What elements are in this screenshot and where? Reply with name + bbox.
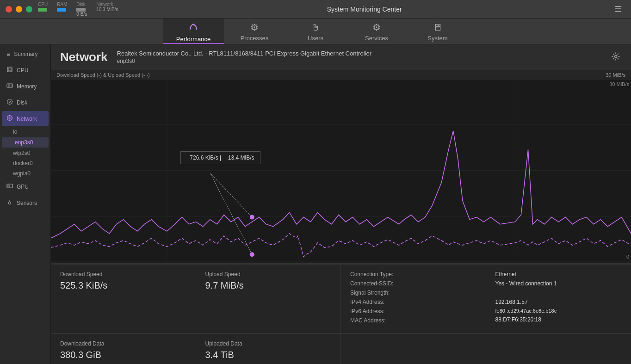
signal-val-row: - xyxy=(495,290,622,296)
ram-stat-label: RAM xyxy=(57,2,67,7)
empty-cell-2 xyxy=(486,333,631,364)
ipv4-row: IPv4 Address: xyxy=(350,299,476,305)
sidebar-sub-wlp2s0-label: wlp2s0 xyxy=(13,150,30,156)
uploaded-data-label: Uploaded Data xyxy=(205,340,332,347)
sidebar-item-network[interactable]: Network xyxy=(2,111,49,126)
minimize-button[interactable] xyxy=(16,6,22,12)
tab-processes[interactable]: ⚙ Processes xyxy=(224,19,285,44)
sidebar-item-cpu[interactable]: CPU xyxy=(2,62,49,78)
connection-values-cell: Ethernet Yes - Wired connection 1 - 192.… xyxy=(486,264,631,333)
connected-ssid-val: Yes - Wired connection 1 xyxy=(495,280,557,287)
sidebar-item-gpu[interactable]: GPU xyxy=(2,179,49,194)
mac-key: MAC Address: xyxy=(350,317,386,324)
sidebar-label-gpu: GPU xyxy=(17,184,29,190)
sidebar-label-network: Network xyxy=(17,116,37,122)
disk-stat: Disk 0 B/s xyxy=(76,2,87,17)
sidebar-sub-enp3s0[interactable]: enp3s0 xyxy=(2,137,49,148)
tab-processes-label: Processes xyxy=(241,35,269,42)
ipv6-key: IPv6 Address: xyxy=(350,308,384,315)
sidebar-sub-docker0-label: docker0 xyxy=(13,160,33,167)
services-icon: ⚙ xyxy=(372,22,381,33)
users-icon: 🖱 xyxy=(311,22,320,33)
sidebar-sub-lo-label: lo xyxy=(13,129,17,135)
upload-speed-cell: Upload Speed 9.7 MiB/s xyxy=(196,264,341,333)
connection-info-cell: Connection Type: Connected-SSID: Signal … xyxy=(341,264,486,333)
window-controls xyxy=(6,6,32,12)
svg-rect-11 xyxy=(8,185,10,187)
signal-strength-row: Signal Strength: xyxy=(350,290,476,296)
sidebar-label-disk: Disk xyxy=(17,99,27,106)
connection-type-val: Ethernet xyxy=(495,271,516,278)
main-content: ≡ Summary CPU Memory Disk Network xyxy=(0,44,631,364)
content-area: Network Realtek Semiconductor Co., Ltd. … xyxy=(51,44,631,364)
window-title: System Monitoring Center xyxy=(118,6,611,13)
tabbar: Performance ⚙ Processes 🖱 Users ⚙ Servic… xyxy=(0,19,631,44)
downloaded-data-label: Downloaded Data xyxy=(60,340,186,347)
ipv4-key: IPv4 Address: xyxy=(350,299,384,305)
summary-icon: ≡ xyxy=(6,50,10,58)
sidebar-sub-docker0[interactable]: docker0 xyxy=(0,158,50,168)
tab-system[interactable]: 🖥 System xyxy=(407,19,468,44)
sidebar-sub-wgpia0-label: wgpia0 xyxy=(13,170,31,177)
sidebar-sub-lo[interactable]: lo xyxy=(0,127,50,137)
tab-services[interactable]: ⚙ Services xyxy=(346,19,407,44)
graph-label: Download Speed (-) & Upload Speed (- -) xyxy=(56,72,150,78)
svg-point-6 xyxy=(7,99,12,105)
sidebar-item-sensors[interactable]: Sensors xyxy=(2,195,49,210)
downloaded-data-cell: Downloaded Data 380.3 GiB xyxy=(51,333,196,364)
sidebar-sub-wgpia0[interactable]: wgpia0 xyxy=(0,168,50,179)
sensors-icon xyxy=(6,199,13,207)
network-device-info: Realtek Semiconductor Co., Ltd. - RTL811… xyxy=(117,50,610,64)
tab-users[interactable]: 🖱 Users xyxy=(285,19,346,44)
ipv6-row: IPv6 Address: xyxy=(350,308,476,315)
network-stat-label: Network xyxy=(96,2,118,7)
svg-point-12 xyxy=(9,202,11,204)
connection-type-val-row: Ethernet xyxy=(495,271,622,278)
memory-icon xyxy=(6,82,13,90)
sidebar-label-cpu: CPU xyxy=(17,67,28,74)
menu-button[interactable]: ☰ xyxy=(611,2,625,16)
sidebar-sub-wlp2s0[interactable]: wlp2s0 xyxy=(0,148,50,158)
sidebar-sub-enp3s0-label: enp3s0 xyxy=(15,139,33,146)
titlebar-menu[interactable]: ☰ xyxy=(611,2,625,16)
mac-val-row: 88:D7:F6:35:20:18 xyxy=(495,316,622,323)
upload-speed-value: 9.7 MiB/s xyxy=(205,280,332,291)
tab-system-label: System xyxy=(427,35,447,42)
processes-icon: ⚙ xyxy=(250,22,259,33)
tab-performance[interactable]: Performance xyxy=(163,19,224,44)
mac-val: 88:D7:F6:35:20:18 xyxy=(495,316,541,323)
maximize-button[interactable] xyxy=(26,6,32,12)
signal-val: - xyxy=(495,290,497,296)
graph-max-label: 30 MiB/s xyxy=(609,81,629,87)
connected-ssid-val-row: Yes - Wired connection 1 xyxy=(495,280,622,287)
network-speed: 10.3 MiB/s xyxy=(96,7,118,12)
graph-header: Download Speed (-) & Upload Speed (- -) … xyxy=(51,70,631,80)
sidebar-item-summary[interactable]: ≡ Summary xyxy=(2,47,49,62)
sidebar-label-memory: Memory xyxy=(17,83,37,90)
close-button[interactable] xyxy=(6,6,12,12)
sidebar-label-sensors: Sensors xyxy=(17,200,37,206)
network-title: Network xyxy=(60,50,108,64)
svg-point-14 xyxy=(615,55,617,57)
ram-stat: RAM xyxy=(57,2,67,17)
graph-canvas: - 726.6 KiB/s | - -13.4 MiB/s 30 MiB/s 0 xyxy=(51,80,631,261)
uploaded-data-value: 3.4 TiB xyxy=(205,350,332,360)
network-device-name: Realtek Semiconductor Co., Ltd. - RTL811… xyxy=(117,50,610,57)
ipv4-val: 192.168.1.57 xyxy=(495,299,528,305)
sidebar-item-memory[interactable]: Memory xyxy=(2,79,49,94)
system-icon: 🖥 xyxy=(433,22,442,33)
signal-strength-key: Signal Strength: xyxy=(350,290,390,296)
graph-min-label: 0 xyxy=(626,254,629,259)
network-interface: enp3s0 xyxy=(117,58,610,64)
connection-type-key: Connection Type: xyxy=(350,271,393,278)
svg-point-7 xyxy=(9,101,11,103)
sidebar: ≡ Summary CPU Memory Disk Network xyxy=(0,44,51,364)
download-speed-value: 525.3 KiB/s xyxy=(60,280,186,291)
cpu-stat-label: CPU xyxy=(38,2,48,7)
data-totals: Downloaded Data 380.3 GiB Uploaded Data … xyxy=(51,333,631,364)
settings-button[interactable] xyxy=(610,50,622,64)
svg-rect-1 xyxy=(8,68,11,71)
sidebar-item-disk[interactable]: Disk xyxy=(2,95,49,110)
ipv6-val-row: fe80::cd29:47ac:6e8e:b18c xyxy=(495,308,622,314)
downloaded-data-value: 380.3 GiB xyxy=(60,350,186,360)
